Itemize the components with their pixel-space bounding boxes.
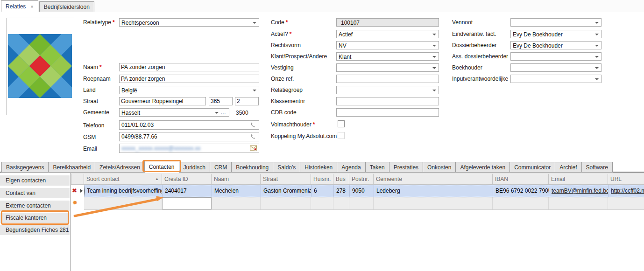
cell-cresta-id[interactable]: 2404017 — [163, 185, 212, 197]
klassementnr-input[interactable] — [336, 97, 439, 105]
relatiegroep-select[interactable] — [336, 86, 439, 94]
dropdown-arrow-icon[interactable] — [215, 112, 219, 114]
telefoon-input[interactable] — [120, 121, 249, 129]
tab-saldo-s[interactable]: Saldo's — [273, 162, 300, 173]
dossierbeheerder-select[interactable]: Evy De Boekhouder — [510, 41, 602, 49]
column-header-cresta-id[interactable]: Cresta ID — [162, 174, 212, 185]
new-row-cell[interactable] — [374, 197, 493, 209]
cell-straat[interactable]: Gaston Crommenlaan — [261, 185, 311, 197]
column-header-url[interactable]: URL — [608, 174, 644, 185]
rechtsvorm-select[interactable]: NV — [336, 41, 439, 49]
klant_prospect-select[interactable]: Klant — [336, 52, 439, 61]
actief-select[interactable]: Actief — [336, 30, 439, 38]
cell-soort-contact[interactable]: Team inning bedrijfsvoorheffing — [85, 185, 163, 197]
straat-input[interactable] — [119, 97, 206, 105]
tab-software[interactable]: Software — [581, 162, 613, 173]
tab-basisgegevens[interactable]: Basisgegevens — [1, 162, 49, 173]
land-select[interactable]: België — [119, 86, 259, 94]
cell-iban[interactable]: BE96 6792 0022 7905 — [493, 185, 549, 197]
sidebar-item-begunstigden-fiches-281[interactable]: Begunstigden Fiches 281 — [0, 225, 70, 235]
dropdown-arrow-icon[interactable] — [595, 34, 599, 35]
tab-prestaties[interactable]: Prestaties — [389, 162, 423, 173]
sidebar-item-contact-van[interactable]: Contact van — [0, 188, 70, 198]
more-options-button[interactable]: … — [220, 109, 226, 116]
vennoot-select[interactable] — [510, 18, 602, 27]
column-header-iban[interactable]: IBAN — [493, 174, 549, 185]
new-row-cell[interactable] — [608, 197, 644, 209]
table-new-row[interactable] — [84, 197, 644, 210]
sidebar-item-fiscale-kantoren[interactable]: Fiscale kantoren — [0, 213, 70, 223]
delete-row-icon[interactable]: ✖ — [72, 187, 77, 194]
table-row-selected[interactable]: Team inning bedrijfsvoorheffing2404017Me… — [84, 185, 644, 197]
cell-huisnr[interactable]: 6 — [311, 185, 334, 197]
dropdown-arrow-icon[interactable] — [595, 78, 599, 80]
cdb_code-input[interactable] — [336, 108, 439, 117]
dropdown-arrow-icon[interactable] — [432, 90, 436, 91]
tab-afgeleverde-taken[interactable]: Afgeleverde taken — [455, 162, 510, 173]
cell-gemeente[interactable]: Ledeberg — [374, 185, 493, 197]
new-row-cell[interactable] — [493, 197, 549, 209]
cell-email[interactable]: teamBV@minfin.fed.be — [549, 185, 609, 197]
tab-historieken[interactable]: Historieken — [300, 162, 337, 173]
dropdown-arrow-icon[interactable] — [432, 56, 436, 58]
volmachthouder-checkbox[interactable] — [338, 120, 345, 127]
new-row-cell[interactable] — [261, 197, 311, 209]
new-row-cell[interactable] — [311, 197, 333, 209]
tab-bereikbaarheid[interactable]: Bereikbaarheid — [48, 162, 95, 173]
tab-boekhouding[interactable]: Boekhouding — [231, 162, 273, 173]
phone-icon[interactable] — [250, 122, 257, 129]
onze_ref-input[interactable] — [336, 75, 439, 83]
tab-juridisch[interactable]: Juridisch — [179, 162, 210, 173]
gsm-input[interactable] — [120, 133, 249, 140]
relation-photo-box[interactable] — [7, 18, 74, 115]
dropdown-arrow-icon[interactable] — [595, 45, 599, 47]
dropdown-arrow-icon[interactable] — [595, 67, 599, 69]
column-header-naam[interactable]: Naam — [212, 174, 261, 185]
tab-relaties[interactable]: Relaties × — [1, 0, 38, 12]
cell-postnr[interactable]: 9050 — [350, 185, 374, 197]
column-header-bus[interactable]: Bus — [333, 174, 349, 185]
ass_dossierbeheerder-select[interactable] — [510, 52, 602, 61]
eindverantw-select[interactable]: Evy De Boekhouder — [510, 30, 602, 38]
new-row-cell[interactable] — [333, 197, 349, 209]
new-row-cell[interactable] — [349, 197, 374, 209]
cell-url[interactable]: http://ccff02.m — [609, 185, 644, 197]
huisnr-input[interactable] — [209, 97, 233, 105]
relatietype-select[interactable]: Rechtspersoon — [119, 18, 259, 27]
new-row-icon[interactable]: ✹ — [72, 199, 78, 206]
dropdown-arrow-icon[interactable] — [432, 67, 436, 69]
new-row-cell[interactable] — [212, 197, 261, 209]
column-header-straat[interactable]: Straat — [261, 174, 311, 185]
column-header-postnr[interactable]: Postnr. — [349, 174, 374, 185]
tab-onkosten[interactable]: Onkosten — [423, 162, 456, 173]
column-header-gemeente[interactable]: Gemeente — [374, 174, 493, 185]
phone-icon[interactable] — [250, 133, 257, 140]
new-row-edit-cell[interactable] — [162, 197, 212, 209]
new-row-cell[interactable] — [549, 197, 608, 209]
koppeling-checkbox[interactable] — [338, 132, 345, 139]
tab-agenda[interactable]: Agenda — [337, 162, 365, 173]
dropdown-arrow-icon[interactable] — [253, 22, 256, 24]
dropdown-arrow-icon[interactable] — [432, 45, 436, 47]
send-email-icon[interactable] — [250, 145, 257, 152]
dropdown-arrow-icon[interactable] — [253, 90, 256, 91]
naam-input[interactable] — [119, 63, 259, 71]
dropdown-arrow-icon[interactable] — [432, 34, 436, 35]
tab-zetels-adressen[interactable]: Zetels/Adressen — [95, 162, 145, 173]
column-header-email[interactable]: Email — [549, 174, 608, 185]
column-header-huisnr[interactable]: Huisnr. — [311, 174, 333, 185]
roepnaam-input[interactable] — [119, 75, 259, 83]
tab-taken[interactable]: Taken — [365, 162, 389, 173]
close-tab-icon[interactable]: × — [30, 4, 33, 9]
boekhouder-select[interactable] — [510, 63, 602, 72]
bus-input[interactable] — [235, 97, 259, 105]
tab-contacten[interactable]: Contacten — [144, 160, 179, 173]
column-header-soort-contact[interactable]: Soort contact▲ — [84, 174, 162, 185]
tab-crm[interactable]: CRM — [210, 162, 232, 173]
sidebar-item-externe-contacten[interactable]: Externe contacten — [0, 201, 70, 211]
sidebar-item-eigen-contacten[interactable]: Eigen contacten — [0, 175, 70, 186]
tab-bedrijfsleidersloon[interactable]: Bedrijfsleidersloon — [39, 1, 94, 12]
new-row-cell[interactable] — [84, 197, 162, 209]
inputverantwoordelijke-select[interactable] — [510, 75, 602, 83]
dropdown-arrow-icon[interactable] — [595, 22, 599, 24]
